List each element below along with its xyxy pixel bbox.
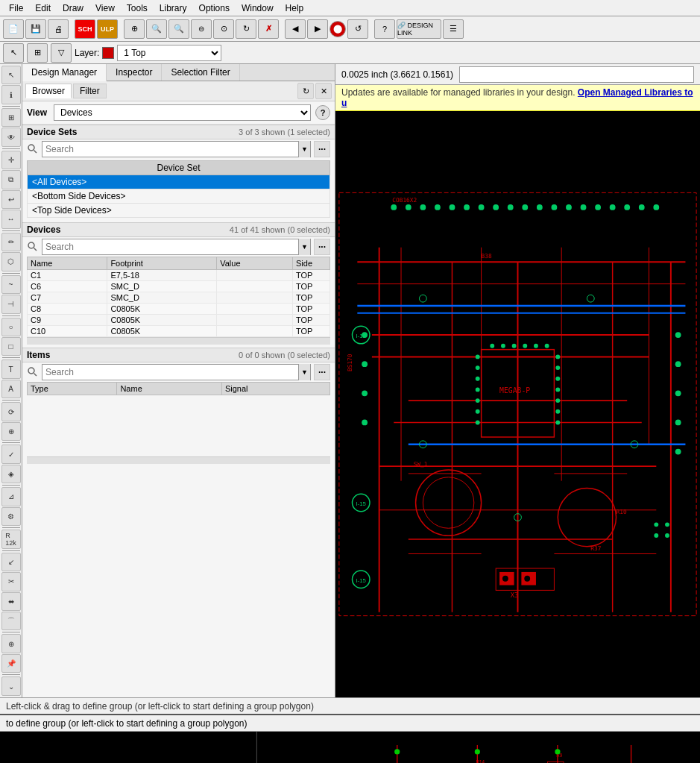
tool-ripup[interactable]: ↙ [1,553,21,571]
tool-3d[interactable]: ◈ [1,465,21,483]
back-btn[interactable]: ◀ [285,19,306,39]
tool-split[interactable]: ⬌ [1,592,21,611]
stop-btn[interactable]: ⬤ [329,21,346,37]
print-btn[interactable]: 🖨 [48,19,69,39]
menu-library[interactable]: Library [154,1,193,15]
tool-more[interactable]: ⊕ [1,634,21,653]
tab-design-manager[interactable]: Design Manager [22,64,107,81]
menu-view[interactable]: View [89,1,121,15]
device-sets-search-input-wrap[interactable]: ▼ [42,141,311,157]
device-row[interactable]: C1 E7,5-18 TOP [28,270,330,281]
menu-window[interactable]: Window [236,1,280,15]
tool-expand[interactable]: ⌄ [1,676,21,695]
layers-btn[interactable]: ☰ [443,19,464,39]
zoom-sel[interactable]: ⊖ [191,19,212,39]
refresh-icon-btn[interactable]: ↻ [297,83,314,99]
schematic-btn[interactable]: SCH [75,19,95,39]
new-btn[interactable]: 📄 [3,19,24,39]
search-icon-wrap2 [27,241,39,253]
device-sets-more-btn[interactable]: ··· [314,141,330,157]
device-row[interactable]: C9 C0805K TOP [28,315,330,326]
items-search-input-wrap[interactable]: ▼ [42,364,311,380]
tool-pin[interactable]: 📌 [1,654,21,673]
device-set-row[interactable]: <Bottom Side Devices> [28,189,330,204]
items-search-arrow[interactable]: ▼ [298,364,310,380]
tool-change[interactable]: ⚙ [1,507,21,526]
items-hscroll[interactable] [27,456,330,464]
redraw[interactable]: ↻ [236,19,256,39]
tool-pad[interactable]: □ [1,337,21,356]
device-row[interactable]: C7 SMC_D TOP [28,292,330,304]
tool-info[interactable]: ℹ [1,85,21,104]
tool-text[interactable]: T [1,359,21,378]
sub-tab-browser[interactable]: Browser [25,84,72,98]
help-icon-btn[interactable]: ? [315,105,330,120]
tool-route[interactable]: ~ [1,275,21,294]
select-tool[interactable]: ↖ [3,43,24,63]
device-row[interactable]: C10 C0805K TOP [28,326,330,337]
menu-file[interactable]: File [3,1,29,15]
menu-tools[interactable]: Tools [121,1,154,15]
tool-copy[interactable]: ⧉ [1,170,21,189]
menu-options[interactable]: Options [193,1,236,15]
tool-dim[interactable]: A [1,380,21,398]
tool-rotate[interactable]: ↩ [1,190,21,209]
devices-more-btn[interactable]: ··· [314,239,330,255]
help-btn[interactable]: ? [374,19,395,39]
tool-mirror[interactable]: ↔ [1,210,21,228]
tab-inspector[interactable]: Inspector [107,64,162,81]
devices-search-input-wrap[interactable]: ▼ [42,239,311,255]
items-search[interactable] [42,367,298,377]
pcb-canvas[interactable]: MEGA8-P [335,111,700,697]
tool-bus[interactable]: ⊣ [1,295,21,313]
menu-draw[interactable]: Draw [57,1,89,15]
tool-net[interactable]: ⟳ [1,402,21,421]
ratsnest[interactable]: ✗ [258,19,279,39]
device-sets-search[interactable] [42,144,298,154]
zoom-fit[interactable]: ⊕ [124,19,145,39]
device-set-row[interactable]: <Top Side Devices> [28,204,330,218]
layer-dropdown[interactable]: 1 Top [117,45,221,61]
menu-edit[interactable]: Edit [29,1,57,15]
devices-table-scroll[interactable]: Name Footprint Value Side C1 E7,5-18 [22,257,335,337]
devices-search[interactable] [42,242,298,252]
tool-via[interactable]: ○ [1,318,21,336]
fwd-btn[interactable]: ▶ [307,19,328,39]
bottom-pcb-view[interactable]: LQF1 LQF2 R14 LQF4 R9 LQF3 [0,732,700,763]
tool-smash[interactable]: ⊿ [1,487,21,506]
items-more-btn[interactable]: ··· [314,364,330,380]
design-link-btn[interactable]: 🔗 DESIGN LINK [397,19,441,39]
devices-hscroll[interactable] [27,337,330,345]
close-icon-btn[interactable]: ✕ [315,83,332,99]
tool-draw[interactable]: ✏ [1,233,21,251]
tool-polygon[interactable]: ⬡ [1,252,21,271]
grid-tool[interactable]: ⊞ [27,43,48,63]
tool-eye[interactable]: 👁 [1,128,21,146]
zoom-area[interactable]: ⊙ [213,19,234,39]
sub-tab-filter[interactable]: Filter [73,84,107,98]
tool-delete[interactable]: ✂ [1,572,21,591]
board-btn[interactable]: ULP [97,19,118,39]
zoom-out[interactable]: 🔍 [168,19,189,39]
items-table-scroll[interactable]: Type Name Signal [22,382,335,456]
menu-help[interactable]: Help [280,1,310,15]
device-row[interactable]: C8 C0805K TOP [28,304,330,315]
tool-select[interactable]: ↖ [1,66,21,84]
coord-input[interactable] [459,66,694,83]
devices-search-arrow[interactable]: ▼ [298,239,310,255]
layer-color-swatch[interactable] [102,47,114,59]
tool-move[interactable]: ✛ [1,151,21,169]
tool-place[interactable]: ⊕ [1,422,21,441]
device-row[interactable]: C6 SMC_D TOP [28,281,330,292]
zoom-in[interactable]: 🔍 [146,19,167,39]
view-dropdown[interactable]: Devices [54,104,311,121]
tab-selection-filter[interactable]: Selection Filter [162,64,239,81]
tool-grid[interactable]: ⊞ [1,108,21,127]
save-btn[interactable]: 💾 [25,19,46,39]
reload-btn[interactable]: ↺ [347,19,368,39]
device-set-row[interactable]: <All Devices> [28,175,330,189]
device-sets-search-arrow[interactable]: ▼ [298,141,310,157]
tool-miter[interactable]: ⌒ [1,612,21,630]
tool-drc[interactable]: ✓ [1,445,21,463]
filter-tool[interactable]: ▽ [51,43,72,63]
